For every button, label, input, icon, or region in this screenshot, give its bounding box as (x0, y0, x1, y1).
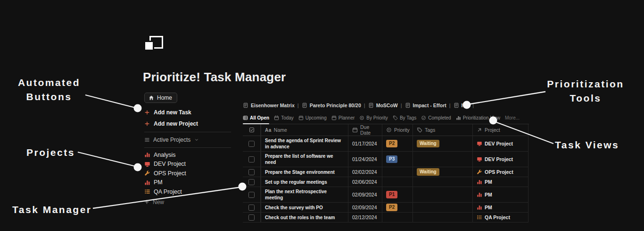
main-content: Eisenhower Matrix | Pareto Principle 80/… (243, 102, 529, 222)
task-tags-cell[interactable]: Waiting (413, 136, 473, 152)
task-due-date[interactable]: 02/02/2024 (348, 167, 382, 177)
task-tags-cell[interactable] (413, 177, 473, 187)
task-name[interactable]: Plan the next Retrospective meeting (261, 187, 348, 203)
tab-by-tags[interactable]: By Tags (393, 115, 416, 124)
separator: | (364, 103, 365, 108)
task-table: Aa Name Due Date Priority Tags Project (243, 124, 528, 222)
tab-planner[interactable]: Planner (331, 115, 355, 124)
task-name[interactable]: Set up the regular meetings (261, 177, 348, 187)
select-all-header[interactable] (243, 124, 261, 136)
table-row: Check the survey with PO 02/09/2024 P2 P… (243, 203, 528, 213)
task-name[interactable]: Check the survey with PO (261, 203, 348, 213)
task-project-cell[interactable]: DEV Project (473, 152, 528, 167)
task-project-cell[interactable]: PM (473, 187, 528, 203)
task-due-date[interactable]: 01/24/2024 (348, 152, 382, 167)
task-name[interactable]: Prepare the Stage environment (261, 167, 348, 177)
annotation-text: Automated (13, 76, 85, 90)
row-checkbox[interactable] (248, 214, 255, 221)
arrow-up-right-icon (477, 127, 482, 133)
header-label: Name (274, 127, 287, 133)
task-project-cell[interactable]: QA Project (473, 213, 528, 222)
row-checkbox[interactable] (248, 156, 255, 163)
column-header-due-date[interactable]: Due Date (348, 124, 382, 136)
task-due-date[interactable]: 02/06/2024 (348, 177, 382, 187)
task-priority-cell[interactable]: P3 (382, 152, 413, 167)
calendar-icon (352, 127, 358, 133)
separator: | (472, 103, 474, 108)
task-tags-cell[interactable]: Waiting (413, 167, 473, 177)
column-header-priority[interactable]: Priority (382, 124, 413, 136)
task-tags-cell[interactable] (413, 203, 473, 213)
calendar-icon (331, 115, 337, 120)
task-project-cell[interactable]: OPS Project (473, 167, 528, 177)
task-project-cell[interactable]: PM (473, 177, 528, 187)
row-checkbox[interactable] (248, 205, 255, 211)
tab-completed[interactable]: Completed (421, 115, 451, 124)
task-due-date[interactable]: 02/09/2024 (348, 187, 382, 203)
sidebar-item-dev-project[interactable]: DEV Project (144, 160, 231, 169)
tool-moscow[interactable]: MoSCoW (368, 103, 398, 108)
tool-ice[interactable]: ICE (454, 103, 470, 108)
task-priority-cell[interactable] (382, 177, 413, 187)
add-new-project-label: Add new Project (154, 120, 198, 127)
task-tags-cell[interactable] (413, 213, 473, 222)
tool-impact-effort[interactable]: Impact - Effort (405, 103, 446, 108)
annotation-dot (134, 163, 142, 171)
row-checkbox[interactable] (248, 169, 255, 175)
sidebar-item-pm[interactable]: PM (144, 178, 231, 188)
sidebar-item-analysis[interactable]: Analysis (144, 150, 231, 160)
sidebar-item-qa-project[interactable]: QA Project (144, 187, 231, 197)
active-projects-header[interactable]: Active Projects (144, 135, 231, 145)
task-name[interactable]: Send the agenda of Sprint Review in adva… (261, 136, 348, 152)
task-due-date[interactable]: 02/09/2024 (348, 203, 382, 213)
header-label: Due Date (360, 124, 378, 136)
page-icon (243, 103, 248, 108)
tool-label: Impact - Effort (413, 103, 446, 108)
overlapping-squares-icon (144, 36, 164, 52)
task-priority-cell[interactable]: P2 (382, 203, 413, 213)
tab-all-open[interactable]: All Open (243, 115, 269, 124)
table-icon (243, 115, 248, 120)
task-project-cell[interactable]: DEV Project (473, 136, 528, 152)
bar-chart-icon (144, 180, 150, 186)
column-header-name[interactable]: Aa Name (261, 124, 348, 136)
task-priority-cell[interactable]: P2 (382, 136, 413, 152)
task-name[interactable]: Check out the roles in the team (261, 213, 348, 222)
tab-by-priority[interactable]: By Priority (359, 115, 388, 124)
add-new-project-button[interactable]: Add new Project (144, 118, 231, 129)
tab-today[interactable]: Today (274, 115, 294, 124)
task-name[interactable]: Prepare the list of software we need (261, 152, 348, 167)
tab-more[interactable]: More... (505, 115, 520, 124)
new-page-button[interactable]: New (144, 197, 231, 207)
column-header-project[interactable]: Project (473, 124, 528, 136)
row-checkbox[interactable] (248, 192, 255, 198)
tab-prioritization-view[interactable]: Prioritization View (456, 115, 500, 124)
task-project-cell[interactable]: PM (473, 203, 528, 213)
sidebar-item-ops-project[interactable]: OPS Project (144, 169, 231, 178)
project-icon (477, 156, 482, 162)
row-checkbox[interactable] (248, 141, 255, 147)
row-checkbox[interactable] (248, 179, 255, 185)
calendar-icon (298, 115, 304, 120)
table-row: Check out the roles in the team 02/12/20… (243, 213, 528, 222)
check-circle-icon (421, 115, 426, 120)
priority-badge: P3 (386, 155, 397, 163)
task-tags-cell[interactable] (413, 152, 473, 167)
tab-label: All Open (250, 115, 269, 120)
task-priority-cell[interactable] (382, 213, 413, 222)
task-due-date[interactable]: 02/12/2024 (348, 213, 382, 222)
project-label: QA Project (154, 188, 182, 195)
project-icon (477, 169, 482, 175)
task-priority-cell[interactable] (382, 167, 413, 177)
annotation-dot (134, 104, 142, 112)
tab-upcoming[interactable]: Upcoming (298, 115, 327, 124)
task-due-date[interactable]: 01/17/2024 (348, 136, 382, 152)
task-priority-cell[interactable]: P1 (382, 187, 413, 203)
table-header-row: Aa Name Due Date Priority Tags Project (243, 124, 528, 136)
tool-pareto-principle[interactable]: Pareto Principle 80/20 (302, 103, 361, 108)
add-new-task-button[interactable]: Add new Task (144, 107, 231, 118)
task-tags-cell[interactable] (413, 187, 473, 203)
tool-eisenhower-matrix[interactable]: Eisenhower Matrix (243, 103, 295, 108)
column-header-tags[interactable]: Tags (413, 124, 473, 136)
home-button[interactable]: Home (144, 93, 177, 103)
